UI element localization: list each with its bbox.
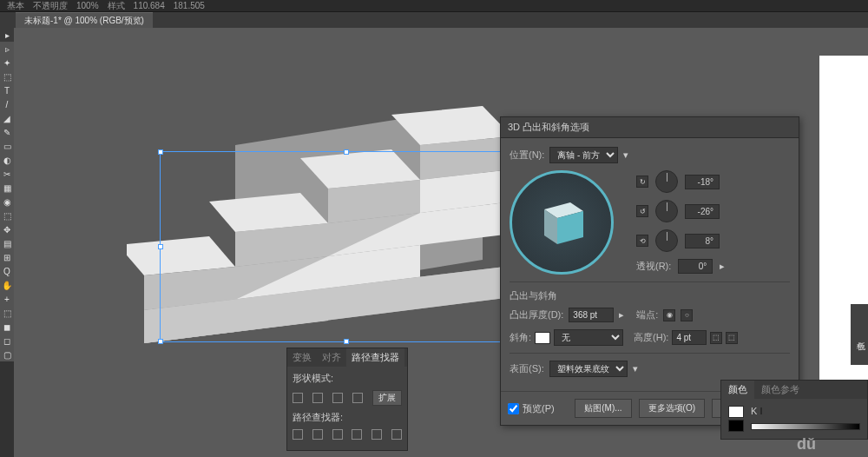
line-tool[interactable]: / [0,97,14,111]
map-art-button[interactable]: 贴图(M)... [575,399,631,418]
dropdown-icon: ▾ [623,149,628,161]
bbox-handle-ml[interactable] [158,244,163,249]
rotation-z-value[interactable]: 8° [685,234,720,248]
tab-color[interactable]: 颜色 [721,381,754,399]
brush-tool[interactable]: ◐ [0,153,14,167]
cap-off-icon[interactable]: ○ [681,309,693,321]
position-select[interactable]: 离轴 - 前方 [549,147,618,163]
merge-icon[interactable] [332,429,343,440]
pen-tool[interactable]: ◢ [0,111,14,125]
bevel-in-icon[interactable]: ⬚ [710,332,722,344]
surface-label: 表面(S): [510,362,544,375]
fill-swatch[interactable] [728,406,744,418]
bevel-label: 斜角: [510,331,531,344]
grayscale-slider[interactable] [751,423,860,430]
eyedropper-tool[interactable]: + [0,292,14,306]
bbox-handle-bl[interactable] [158,339,163,344]
document-tabs: 未标题-1* @ 100% (RGB/预览) [0,12,868,28]
bevel-out-icon[interactable]: ⬚ [726,332,738,344]
opt-item: 181.505 [174,1,205,10]
shape-builder-tool[interactable]: ▤ [0,236,14,250]
preview-check-input[interactable] [508,403,519,414]
rotation-x-value[interactable]: -18° [685,175,720,189]
toolbox: ▸ ▹ ✦ ⬚ T / ◢ ✎ ▭ ◐ ✂ ▦ ◉ ⬚ ✥ ▤ ⊞ Q ✋ + … [0,28,14,361]
height-label: 高度(H): [634,331,668,344]
outline-icon[interactable] [372,429,382,440]
width-tool[interactable]: ⬚ [0,209,14,222]
axis-x-icon: ↻ [636,176,648,188]
tab-align[interactable]: 对齐 [317,348,346,367]
watermark-icon: dŭ [797,435,816,454]
bbox-handle-tl[interactable] [158,149,163,155]
tab-color-guide[interactable]: 颜色参考 [754,381,806,399]
magic-wand-tool[interactable]: ✦ [0,56,14,70]
bevel-swatch [535,332,550,344]
rotation-z-dial[interactable] [655,229,678,252]
rotation-y-dial[interactable] [655,200,678,222]
symbol-tool[interactable]: ◼ [0,320,14,334]
perspective-label: 透视(R): [636,260,671,273]
tab-transform[interactable]: 变换 [287,348,317,367]
free-transform-tool[interactable]: ✥ [0,222,14,236]
selection-bounding-box[interactable] [160,151,533,342]
document-tab[interactable]: 未标题-1* @ 100% (RGB/预览) [16,12,153,29]
trim-icon[interactable] [312,429,323,440]
dropdown-icon: ▾ [633,363,638,374]
type-tool[interactable]: T [0,83,14,97]
shape-mode-label: 形状模式: [293,372,333,385]
color-slider[interactable] [760,407,762,414]
crop-icon[interactable] [352,429,362,440]
dialog-title: 3D 凸出和斜角选项 [501,117,799,138]
axis-z-icon: ⟲ [636,235,648,247]
stepper-icon[interactable]: ▸ [619,309,624,321]
gradient-tool[interactable]: ✋ [0,278,14,292]
lasso-tool[interactable]: ⬚ [0,70,14,83]
opt-item: 100% [76,1,99,10]
perspective-value[interactable]: 0° [678,259,713,274]
opt-item: 不透明度 [33,0,68,12]
axis-y-icon: ↺ [636,205,648,217]
expand-button[interactable]: 扩展 [372,390,402,406]
tab-pathfinder[interactable]: 路径查找器 [346,348,404,367]
rotate-tool[interactable]: ▦ [0,181,14,195]
unite-icon[interactable] [293,393,303,403]
minus-back-icon[interactable] [391,429,402,440]
bevel-select[interactable]: 无 [554,329,623,346]
cap-on-icon[interactable]: ◉ [663,309,675,321]
scissors-tool[interactable]: ✂ [0,167,14,181]
depth-input[interactable] [569,308,614,322]
pathfinder-panel: 变换 对齐 路径查找器 形状模式: 扩展 路径查找器: [286,348,408,451]
cap-label: 端点: [636,308,658,321]
graph-tool[interactable]: ◻ [0,334,14,348]
pencil-tool[interactable]: ✎ [0,125,14,139]
swatches-collapsed-panel[interactable]: 色板 [851,304,868,365]
scale-tool[interactable]: ◉ [0,195,14,209]
blend-tool[interactable]: ⬚ [0,306,14,320]
bbox-handle-bc[interactable] [344,339,349,344]
selection-tool[interactable]: ▸ [0,28,14,42]
divide-icon[interactable] [293,429,303,440]
rotation-preview-cube[interactable] [510,170,614,275]
position-label: 位置(N): [510,149,544,162]
opt-item: 110.684 [134,1,165,10]
perspective-tool[interactable]: ⊞ [0,250,14,264]
stepper-icon[interactable]: ▸ [720,261,725,272]
rotation-x-dial[interactable] [655,170,678,193]
depth-label: 凸出厚度(D): [510,308,563,321]
exclude-icon[interactable] [352,393,363,403]
height-input[interactable] [672,330,707,345]
minus-front-icon[interactable] [312,393,323,403]
rotation-y-value[interactable]: -26° [685,204,720,219]
artboard-tool[interactable]: ▢ [0,348,14,361]
extrude-section-title: 凸出与斜角 [510,281,790,302]
mesh-tool[interactable]: Q [0,264,14,278]
intersect-icon[interactable] [332,393,343,403]
color-mode-label: K [751,406,757,416]
direct-selection-tool[interactable]: ▹ [0,42,14,56]
preview-checkbox[interactable]: 预览(P) [508,402,555,415]
surface-select[interactable]: 塑料效果底纹 [549,361,628,377]
bbox-handle-tc[interactable] [344,149,349,155]
more-options-button[interactable]: 更多选项(O) [639,399,705,418]
rectangle-tool[interactable]: ▭ [0,139,14,153]
stroke-swatch[interactable] [728,420,744,432]
